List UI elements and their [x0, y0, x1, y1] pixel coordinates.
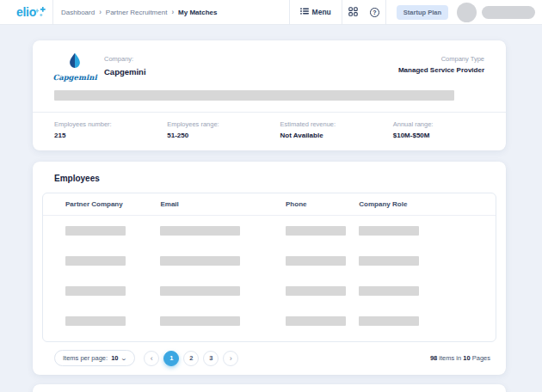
cell-skeleton [286, 256, 346, 266]
chevron-down-icon: ⌄ [120, 357, 127, 360]
breadcrumb-separator-icon: › [171, 8, 174, 16]
user-avatar[interactable] [457, 3, 477, 22]
summary-text: items in [439, 354, 461, 362]
company-label: Company: [104, 55, 146, 63]
company-stats-row: Employees number: 215 Employees range: 5… [33, 113, 506, 150]
cell-skeleton [359, 226, 419, 236]
stat-label: Annual range: [393, 120, 506, 128]
cell-skeleton [160, 316, 240, 326]
help-icon: ? [370, 8, 379, 17]
next-card-partial [33, 384, 506, 392]
page-button-3[interactable]: 3 [203, 351, 219, 366]
top-bar-actions: Menu ? Startup Plan [289, 0, 542, 24]
logo-sparkle-icon [36, 4, 46, 20]
stat-value: 215 [54, 132, 167, 139]
main-content: Capgemini Company: Capgemini Company Typ… [0, 25, 542, 392]
cell-skeleton [65, 256, 126, 266]
cell [274, 256, 347, 266]
page-button-2[interactable]: 2 [183, 351, 199, 366]
cell-skeleton [160, 226, 240, 236]
table-row[interactable] [43, 246, 496, 276]
divider [385, 0, 386, 24]
employees-table: Partner Company Email Phone Company Role [42, 193, 496, 342]
stat-estimated-revenue: Estimated revenue: Not Available [280, 120, 393, 139]
app-logo[interactable]: elio [0, 0, 53, 24]
table-row[interactable] [43, 276, 496, 306]
apps-grid-button[interactable] [342, 0, 364, 24]
table-row[interactable] [43, 216, 496, 246]
cell-skeleton [65, 226, 126, 236]
cell [53, 256, 148, 266]
breadcrumb-item-partner-recruitment[interactable]: Partner Recruitment [106, 9, 168, 16]
cell-skeleton [286, 316, 346, 326]
description-skeleton-bar [54, 90, 454, 101]
cell-skeleton [286, 226, 346, 236]
employees-card: Employees Partner Company Email Phone Co… [33, 162, 506, 375]
help-glyph: ? [373, 9, 376, 15]
breadcrumb: Dashboard › Partner Recruitment › My Mat… [61, 9, 217, 16]
cell [274, 286, 347, 296]
table-header-row: Partner Company Email Phone Company Role [43, 193, 496, 216]
stat-value: 51-250 [167, 132, 280, 139]
top-bar: elio Dashboard › Partner Recruitment › M… [0, 0, 542, 25]
stat-employees-range: Employees range: 51-250 [167, 120, 280, 139]
column-header-phone[interactable]: Phone [274, 200, 347, 208]
cell [53, 226, 148, 236]
cell [347, 286, 485, 296]
pagination-bar: Items per page: 10 ⌄ ‹ 1 2 3 › 98 items … [54, 350, 490, 366]
menu-button[interactable]: Menu [290, 0, 342, 24]
cell-skeleton [359, 286, 419, 296]
company-type-block: Company Type Managed Service Provider [398, 52, 484, 74]
breadcrumb-item-dashboard[interactable]: Dashboard [61, 9, 95, 16]
cell-skeleton [359, 316, 419, 326]
items-per-page-value: 10 [111, 354, 118, 362]
stat-label: Employees range: [167, 120, 280, 128]
employees-title: Employees [54, 174, 496, 183]
items-count: 98 [430, 354, 437, 362]
plan-badge[interactable]: Startup Plan [397, 5, 448, 20]
cell [53, 316, 148, 326]
cell [148, 256, 274, 266]
column-header-partner-company[interactable]: Partner Company [53, 200, 148, 208]
stat-employees-number: Employees number: 215 [54, 120, 167, 139]
company-type-value: Managed Service Provider [398, 66, 484, 74]
items-per-page-select[interactable]: Items per page: 10 ⌄ [54, 350, 135, 366]
stat-value: Not Available [280, 132, 393, 139]
apps-grid-icon [348, 4, 358, 20]
cell-skeleton [286, 286, 346, 296]
cell [274, 226, 347, 236]
column-header-email[interactable]: Email [148, 200, 274, 208]
breadcrumb-separator-icon: › [99, 8, 102, 16]
prev-page-button[interactable]: ‹ [144, 351, 159, 366]
capgemini-logo-text: Capgemini [52, 73, 96, 82]
next-page-button[interactable]: › [223, 351, 238, 366]
company-card-header: Capgemini Company: Capgemini Company Typ… [33, 52, 506, 82]
company-name-block: Company: Capgemini [104, 52, 146, 77]
page-button-1[interactable]: 1 [163, 351, 179, 366]
table-row[interactable] [43, 306, 496, 336]
cell [274, 316, 347, 326]
pagination-summary: 98 items in 10 Pages [430, 354, 490, 362]
cell [347, 226, 485, 236]
pager: ‹ 1 2 3 › [144, 351, 238, 366]
cell-skeleton [160, 286, 240, 296]
column-header-company-role[interactable]: Company Role [347, 200, 485, 208]
cell-skeleton [359, 256, 419, 266]
stat-value: $10M-$50M [393, 132, 506, 139]
help-button[interactable]: ? [364, 0, 385, 24]
breadcrumb-item-my-matches[interactable]: My Matches [178, 9, 217, 16]
pages-count: 10 [463, 354, 470, 362]
company-type-label: Company Type [398, 55, 484, 63]
user-name-placeholder[interactable] [482, 6, 535, 19]
cell [148, 226, 274, 236]
items-per-page-label: Items per page: [63, 354, 108, 362]
capgemini-spade-icon [65, 52, 84, 72]
cell [148, 316, 274, 326]
menu-list-icon [300, 8, 309, 16]
cell-skeleton [65, 286, 126, 296]
company-summary-card: Capgemini Company: Capgemini Company Typ… [33, 40, 506, 150]
cell [347, 256, 485, 266]
cell [53, 286, 148, 296]
cell-skeleton [65, 316, 126, 326]
app-logo-text: elio [16, 5, 36, 19]
